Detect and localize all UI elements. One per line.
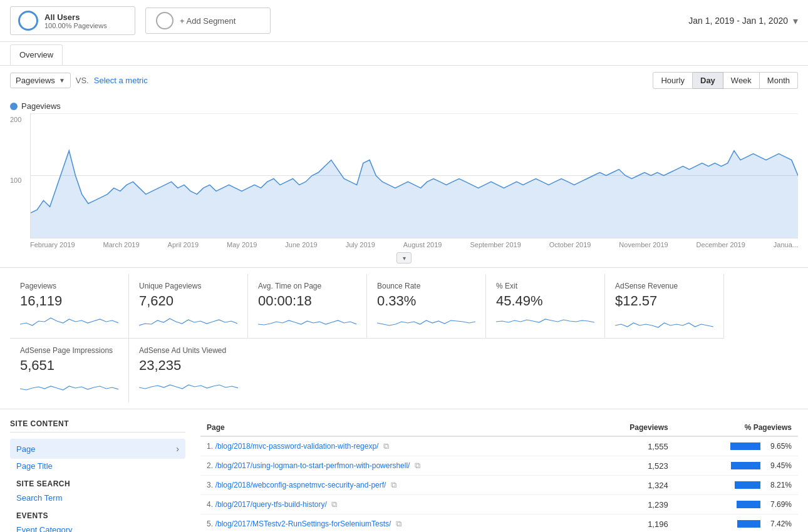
page-link[interactable]: /blog/2017/using-logman-to-start-perfmon… xyxy=(215,461,410,470)
sparkline-6 xyxy=(20,376,118,395)
segment-box[interactable]: All Users 100.00% Pageviews xyxy=(10,6,135,35)
segment-circle xyxy=(18,11,38,31)
sidebar-item-search-term[interactable]: Search Term xyxy=(10,491,185,505)
legend-dot xyxy=(10,103,18,110)
time-btn-month[interactable]: Month xyxy=(760,72,798,89)
metric-card-exit: % Exit 45.49% xyxy=(486,274,605,339)
bar-fill xyxy=(737,520,760,528)
copy-icon[interactable]: ⧉ xyxy=(415,461,420,470)
bar-cell: 9.45% xyxy=(681,461,792,470)
table-cell-pct: 8.21% xyxy=(675,476,798,495)
date-range-text: Jan 1, 2019 - Jan 1, 2020 xyxy=(688,16,788,26)
time-btn-hourly[interactable]: Hourly xyxy=(653,72,693,89)
site-content-panel: Site Content Page › Page Title Site Sear… xyxy=(10,419,185,532)
x-label-7: September 2019 xyxy=(470,241,521,248)
sidebar-item-event-category[interactable]: Event Category xyxy=(10,523,185,532)
page-link[interactable]: /blog/2017/query-tfs-build-history/ xyxy=(215,500,327,509)
x-label-6: August 2019 xyxy=(403,241,442,248)
sidebar-item-page[interactable]: Page › xyxy=(10,439,185,459)
metric-value-6: 5,651 xyxy=(20,357,118,374)
col-page: Page xyxy=(200,419,589,436)
bar-cell: 8.21% xyxy=(681,481,792,489)
tab-overview[interactable]: Overview xyxy=(10,44,63,65)
bar-fill xyxy=(737,501,760,508)
bar-cell: 7.69% xyxy=(681,500,792,509)
x-label-3: May 2019 xyxy=(227,241,257,248)
time-btn-week[interactable]: Week xyxy=(723,72,760,89)
metric-value-1: 7,620 xyxy=(139,293,237,309)
x-label-8: October 2019 xyxy=(549,241,591,248)
time-btn-day[interactable]: Day xyxy=(693,72,723,89)
y-axis-labels: 200 100 xyxy=(10,113,30,238)
page-link[interactable]: /blog/2017/MSTestv2-RunSettings-forSelen… xyxy=(215,519,391,528)
table-cell-pageviews: 1,523 xyxy=(589,456,675,476)
add-segment-label: + Add Segment xyxy=(180,16,236,26)
data-table: Page Pageviews % Pageviews 1. /blog/2018… xyxy=(200,419,798,532)
x-label-5: July 2019 xyxy=(346,241,375,248)
row-num: 4. xyxy=(207,500,213,509)
metric-value-2: 00:00:18 xyxy=(258,293,356,309)
row-num: 3. xyxy=(207,481,213,489)
pct-text: 7.69% xyxy=(765,500,792,509)
row-num: 1. xyxy=(207,442,213,451)
sidebar-item-event-category-label: Event Category xyxy=(16,525,73,532)
page-link[interactable]: /blog/2018/mvc-password-validation-with-… xyxy=(215,442,379,451)
metric-label-3: Bounce Rate xyxy=(377,282,475,290)
vs-label: VS. xyxy=(76,76,89,85)
metric-card-impressions: AdSense Page Impressions 5,651 xyxy=(10,339,129,402)
table-section: Page Pageviews % Pageviews 1. /blog/2018… xyxy=(200,419,798,532)
table-row: 4. /blog/2017/query-tfs-build-history/ ⧉… xyxy=(200,495,798,514)
table-cell-page: 5. /blog/2017/MSTestv2-RunSettings-forSe… xyxy=(200,514,589,533)
copy-icon[interactable]: ⧉ xyxy=(331,499,337,509)
add-segment-box[interactable]: + Add Segment xyxy=(145,8,271,34)
metric-card-adsense-rev: AdSense Revenue $12.57 xyxy=(605,274,724,339)
copy-icon[interactable]: ⧉ xyxy=(383,441,389,451)
sidebar-item-page-arrow: › xyxy=(176,444,179,454)
x-label-1: March 2019 xyxy=(103,241,140,248)
metric-dropdown-arrow: ▼ xyxy=(59,77,65,84)
site-content-title: Site Content xyxy=(10,419,185,432)
date-range-caret: ▾ xyxy=(793,15,798,27)
row-num: 2. xyxy=(207,461,213,470)
sparkline-0 xyxy=(20,312,118,330)
y-label-100: 100 xyxy=(10,176,30,184)
y-label-200: 200 xyxy=(10,116,30,123)
row-num: 5. xyxy=(207,519,213,528)
expand-button[interactable]: ▾ xyxy=(396,252,412,263)
metric-label-5: AdSense Revenue xyxy=(615,282,713,290)
date-range[interactable]: Jan 1, 2019 - Jan 1, 2020 ▾ xyxy=(688,15,798,27)
table-cell-page: 2. /blog/2017/using-logman-to-start-perf… xyxy=(200,456,589,476)
segment-info: All Users 100.00% Pageviews xyxy=(44,13,107,29)
table-row: 2. /blog/2017/using-logman-to-start-perf… xyxy=(200,456,798,476)
page-link[interactable]: /blog/2018/webconfig-aspnetmvc-security-… xyxy=(215,481,386,489)
chart-svg xyxy=(31,113,798,238)
metric-value-5: $12.57 xyxy=(615,293,713,309)
x-axis-labels: February 2019 March 2019 April 2019 May … xyxy=(10,238,798,248)
table-row: 3. /blog/2018/webconfig-aspnetmvc-securi… xyxy=(200,476,798,495)
sidebar-item-page-title-label: Page Title xyxy=(16,461,53,471)
bar-fill xyxy=(730,442,760,450)
metric-label-4: % Exit xyxy=(496,282,594,290)
table-row: 5. /blog/2017/MSTestv2-RunSettings-forSe… xyxy=(200,514,798,533)
metric-card-pageviews: Pageviews 16,119 xyxy=(10,274,129,339)
metric-value-3: 0.33% xyxy=(377,293,475,309)
add-segment-circle xyxy=(156,12,174,29)
metric-label-1: Unique Pageviews xyxy=(139,282,237,290)
copy-icon[interactable]: ⧉ xyxy=(391,480,396,489)
x-label-9: November 2019 xyxy=(619,241,668,248)
metric-card-ad-units: AdSense Ad Units Viewed 23,235 xyxy=(129,339,248,402)
metrics-grid: Pageviews 16,119 Unique Pageviews 7,620 … xyxy=(0,267,808,409)
sparkline-2 xyxy=(258,312,356,330)
segment-subtitle: 100.00% Pageviews xyxy=(44,22,107,29)
sidebar-item-page-title[interactable]: Page Title xyxy=(10,459,185,473)
table-header-row: Page Pageviews % Pageviews xyxy=(200,419,798,436)
chart-area: Pageviews 200 100 February 2019 March 20… xyxy=(0,95,808,267)
metric-dropdown[interactable]: Pageviews ▼ xyxy=(10,73,71,88)
legend-label: Pageviews xyxy=(21,101,61,111)
metric-card-time: Avg. Time on Page 00:00:18 xyxy=(248,274,367,339)
select-metric[interactable]: Select a metric xyxy=(94,76,148,85)
table-cell-pct: 9.65% xyxy=(675,436,798,456)
bar-cell: 7.42% xyxy=(681,519,792,528)
metric-label-0: Pageviews xyxy=(20,282,118,290)
copy-icon[interactable]: ⧉ xyxy=(396,519,401,528)
